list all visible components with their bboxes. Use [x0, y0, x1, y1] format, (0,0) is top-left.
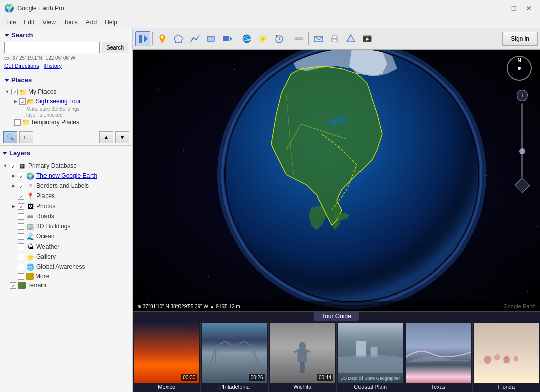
weather-checkbox[interactable]	[18, 243, 24, 250]
toolbar-movie-button[interactable]	[359, 31, 375, 46]
bridge-svg	[202, 337, 267, 373]
thumb-item-wichita[interactable]: 00:44 Wichita	[269, 322, 337, 392]
more-checkbox[interactable]	[18, 273, 24, 280]
svg-line-19	[265, 41, 266, 42]
layer-item-roads[interactable]: ≡≡ Roads	[2, 211, 130, 221]
layer-item-terrain[interactable]: Terrain	[2, 281, 130, 290]
globe-area[interactable]: N + ⊕ 37°81'10" N 38°029'55.39" W ▲ 9165…	[133, 50, 540, 311]
toolbar-path-button[interactable]	[187, 31, 202, 46]
terrain-expander	[2, 282, 8, 289]
layer-item-ocean[interactable]: 🌊 Ocean	[2, 231, 130, 241]
global-expander	[10, 263, 16, 270]
maximize-button[interactable]: □	[507, 3, 521, 13]
toolbar-print-button[interactable]	[327, 31, 342, 46]
zoom-track[interactable]	[521, 103, 523, 178]
coastal-svg	[338, 331, 403, 373]
compass[interactable]: N	[507, 56, 532, 81]
minimize-button[interactable]: —	[491, 3, 506, 13]
layer-item-more[interactable]: More	[2, 272, 130, 281]
toolbar-placemark-button[interactable]	[155, 31, 170, 46]
ocean-icon: 🌊	[26, 232, 35, 240]
drive-icon	[346, 34, 356, 44]
toolbar-ruler-button[interactable]	[291, 31, 306, 46]
toolbar-sep-4	[308, 32, 309, 45]
terrain-checkbox[interactable]	[10, 282, 16, 289]
toolbar-drive-button[interactable]	[343, 31, 358, 46]
layer-item-global-awareness[interactable]: 🌐 Global Awareness	[2, 262, 130, 272]
my-places-checkbox[interactable]	[11, 89, 18, 95]
menu-add[interactable]: Add	[82, 18, 101, 27]
down-button[interactable]: ▼	[115, 131, 129, 143]
zoom-in-button[interactable]: +	[517, 90, 528, 101]
temp-places-checkbox[interactable]	[14, 119, 21, 126]
zoom-handle[interactable]	[519, 148, 525, 154]
gallery-label: Gallery	[36, 253, 56, 260]
toolbar-overlay-button[interactable]	[203, 31, 218, 46]
roads-checkbox[interactable]	[18, 213, 24, 220]
sign-in-button[interactable]: Sign in	[502, 32, 538, 46]
layer-item-places[interactable]: 📍 Places	[2, 191, 130, 201]
main-layout: Search Search ex: 37 25' 19.1"N, 122 05'…	[0, 28, 540, 392]
gallery-checkbox[interactable]	[18, 254, 24, 260]
new-earth-label[interactable]: The new Google Earth	[36, 172, 97, 179]
close-button[interactable]: ✕	[522, 3, 536, 13]
svg-point-4	[182, 37, 184, 39]
layer-item-3d-buildings[interactable]: 🏢 3D Buildings	[2, 221, 130, 231]
thumb-item-mexico[interactable]: 00:30 Mexico	[133, 322, 201, 392]
search-button[interactable]: Search	[102, 42, 128, 53]
search-expand-icon[interactable]	[4, 34, 9, 37]
layer-item-borders[interactable]: ▶ 🏳 Borders and Labels	[2, 181, 130, 191]
tour-guide: Tour Guide 00:30 Mexico	[133, 311, 540, 392]
places-layer-checkbox[interactable]	[18, 193, 24, 200]
thumb-item-florida[interactable]: Google Earth Florida	[473, 322, 540, 392]
thumb-item-texas[interactable]: Texas	[404, 322, 472, 392]
search-header: Search	[4, 31, 128, 39]
layer-item-photos[interactable]: ▶ 🖼 Photos	[2, 201, 130, 211]
history-link[interactable]: History	[44, 63, 62, 69]
tree-item-my-places[interactable]: ▼ 📁 My Places	[2, 88, 130, 97]
fly-to-button[interactable]: 🔍	[3, 131, 17, 143]
search-section: Search Search ex: 37 25' 19.1"N, 122 05'…	[0, 28, 132, 72]
tree-item-temp-places[interactable]: 📁 Temporary Places	[2, 118, 130, 127]
search-input[interactable]	[4, 42, 100, 53]
sightseeing-checkbox[interactable]	[19, 98, 26, 105]
zoom-out-button[interactable]	[514, 177, 530, 193]
toolbar-earth-button[interactable]	[239, 31, 254, 46]
buildings-checkbox[interactable]	[18, 223, 24, 230]
places-expand-icon[interactable]	[4, 79, 9, 82]
layer-item-new-google-earth[interactable]: ▶ 🌍 The new Google Earth	[2, 171, 130, 181]
ocean-checkbox[interactable]	[18, 233, 24, 240]
global-checkbox[interactable]	[18, 264, 24, 270]
toolbar-polygon-button[interactable]	[171, 31, 186, 46]
menu-file[interactable]: File	[2, 18, 20, 27]
menu-help[interactable]: Help	[101, 18, 121, 27]
toolbar-record-button[interactable]	[219, 31, 235, 46]
menu-view[interactable]: View	[38, 18, 60, 27]
layer-item-weather[interactable]: 🌤 Weather	[2, 241, 130, 252]
toolbar-sun-button[interactable]	[255, 31, 271, 46]
sightseeing-label[interactable]: Sightseeing Tour	[36, 97, 81, 106]
menu-tools[interactable]: Tools	[60, 18, 82, 27]
up-button[interactable]: ▲	[99, 131, 113, 143]
layer-item-primary-db[interactable]: ▼ ▦ Primary Database	[2, 161, 130, 171]
layer-item-gallery[interactable]: ⭐ Gallery	[2, 252, 130, 262]
get-directions-link[interactable]: Get Directions	[4, 63, 39, 69]
new-earth-checkbox[interactable]	[18, 173, 24, 179]
weather-icon: 🌤	[26, 242, 35, 251]
tree-item-sightseeing[interactable]: ▶ 📂 Sightseeing Tour	[12, 97, 130, 106]
toolbar-history-button[interactable]	[272, 31, 287, 46]
toolbar-nav-button[interactable]	[135, 31, 150, 46]
menu-edit[interactable]: Edit	[20, 18, 38, 27]
layers-expand-icon[interactable]	[2, 152, 7, 155]
photos-checkbox[interactable]	[18, 203, 24, 210]
thumb-item-coastal-plain[interactable]: US Dept of State Geographer Coastal Plai…	[337, 322, 404, 392]
zoom-control: +	[517, 90, 528, 191]
places-layer-icon: 📍	[26, 192, 35, 200]
toolbar-email-button[interactable]	[311, 31, 326, 46]
thumb-item-philadelphia[interactable]: 00:26 Philadelphia	[201, 322, 268, 392]
my-places-icon: 📁	[19, 88, 27, 96]
borders-checkbox[interactable]	[18, 183, 24, 189]
primary-db-checkbox[interactable]	[10, 163, 16, 169]
compass-north-label: N	[517, 58, 521, 63]
map-button[interactable]: □	[19, 131, 33, 143]
